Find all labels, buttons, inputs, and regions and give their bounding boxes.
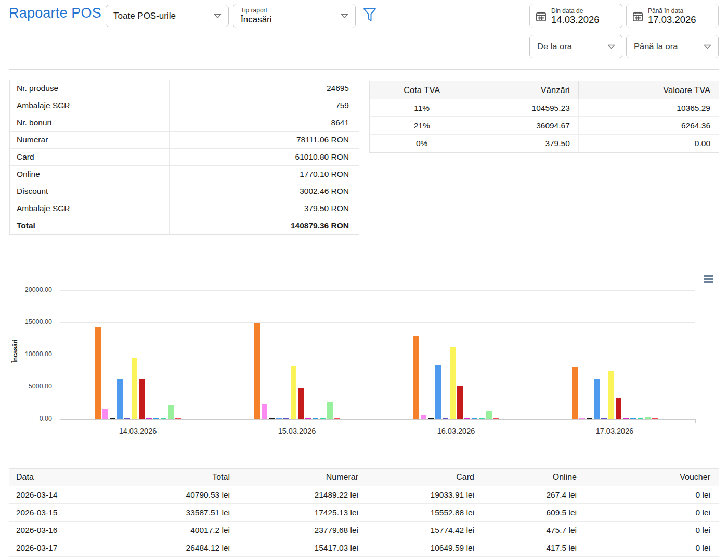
date-from-value: 14.03.2026 [551,14,600,25]
summary-row-value: 24695 [170,84,359,93]
summary-row-label: Nr. bonuri [10,114,170,131]
daily-cell: 2026-03-17 [9,543,139,553]
daily-header-cell: Voucher [585,473,719,482]
chart-menu-icon[interactable] [704,275,714,283]
bar-group [254,284,340,419]
bar-group [572,284,658,419]
chevron-down-icon [341,14,348,19]
summary-row: Ambalaje SGR759 [10,97,359,114]
summary-row-label: Online [10,166,170,183]
bar-group [413,284,499,419]
summary-row-value: 140879.36 RON [170,221,359,230]
vat-row: 0%379.500.00 [370,135,719,152]
summary-row-value: 759 [170,101,359,110]
chart-bar [262,404,267,419]
vat-cell: 6264.36 [579,117,719,134]
chart-bar [608,371,614,419]
daily-cell: 2026-03-15 [9,508,139,517]
daily-cell: 23779.68 lei [238,526,367,535]
summary-row-value: 78111.06 RON [170,135,359,145]
summary-row-label: Ambalaje SGR [10,200,170,217]
chart-bar [291,366,296,419]
filter-icon[interactable] [363,8,378,23]
summary-row-label: Numerar [10,132,170,148]
daily-header-row: DataTotalNumerarCardOnlineVoucher [9,468,719,486]
daily-cell: 26484.12 lei [139,543,238,553]
daily-cell: 0 lei [585,526,719,535]
rapoarte-pos-page: Rapoarte POS Toate POS-urile Tip raport … [0,0,728,560]
chart-bar [153,418,159,419]
bar-group [95,284,181,419]
y-axis-tick-label: 0.00 [3,415,52,422]
x-axis-tick [60,419,60,423]
report-type-select[interactable]: Tip raport Încasări [233,4,356,28]
vat-cell: 21% [370,117,474,134]
date-from-field[interactable]: Din data de 14.03.2026 [529,4,622,28]
date-from-label: Din data de [551,7,583,15]
daily-cell: 475.7 lei [483,526,585,535]
summary-row: Ambalaje SGR379.50 RON [10,200,359,217]
x-axis-tick [378,419,378,423]
chart-bar [146,418,152,419]
chart-bar [269,418,275,419]
pos-filter-select[interactable]: Toate POS-urile [106,5,229,27]
time-to-select[interactable]: Până la ora [626,35,719,58]
summary-row-value: 3002.46 RON [170,187,359,196]
chart-bar [283,418,289,419]
x-axis-tick [537,419,537,423]
daily-cell: 0 lei [585,508,719,517]
chevron-down-icon [214,14,222,19]
time-from-select[interactable]: De la ora [529,35,622,58]
summary-row-value: 379.50 RON [170,204,359,213]
date-to-label: Până în data [648,7,683,15]
chart-bar [652,418,658,419]
chart-bar [168,405,174,419]
report-type-label: Tip raport [241,7,267,14]
chart-bar [117,379,123,419]
summary-row-label: Nr. produse [10,80,170,97]
daily-cell: 10649.59 lei [367,543,483,553]
chart-bar [161,418,166,419]
daily-cell: 15417.03 lei [238,543,367,553]
daily-cell: 40017.2 lei [139,526,238,535]
vat-cell: 104595.23 [474,99,578,116]
vat-cell: 36094.67 [474,117,578,134]
y-axis-tick-label: 20000.00 [3,286,52,293]
chart-bar [175,418,181,419]
chevron-down-icon [607,44,615,49]
chart-bar [579,418,585,419]
chart-bar [334,418,340,419]
vat-header-cell: Vânzări [474,81,578,99]
chart-bar [139,379,145,419]
daily-cell: 21489.22 lei [238,490,367,500]
vat-header-row: Cota TVAVânzăriValoare TVA [370,81,719,99]
date-to-field[interactable]: Până în data 17.03.2026 [626,4,719,28]
summary-row: Nr. produse24695 [10,80,359,97]
daily-cell: 417.5 lei [483,543,585,553]
chart-bar [638,418,643,419]
chart-bar [587,418,592,419]
chart-bar [443,418,448,419]
chart-bar [320,418,326,419]
summary-row-label: Total [10,217,170,234]
chart-bar [601,418,607,419]
summary-row-value: 8641 [170,118,359,127]
summary-row-label: Ambalaje SGR [10,97,170,114]
chart-bar [623,418,629,419]
vat-row: 21%36094.676264.36 [370,117,719,135]
chart-bar [102,409,108,419]
chart-bar [313,418,318,419]
daily-row: 2026-03-1726484.12 lei15417.03 lei10649.… [9,539,719,557]
date-to-value: 17.03.2026 [648,14,696,25]
daily-cell: 0 lei [585,490,719,500]
chart-bar [630,418,636,419]
chart-bar [421,415,426,419]
daily-cell: 15774.42 lei [367,526,483,535]
daily-cell: 40790.53 lei [139,490,238,500]
chart-bar [110,418,115,419]
chart-bar [450,347,456,419]
report-type-value: Încasări [241,15,272,25]
daily-cell: 17425.13 lei [238,508,367,517]
chart-bar [132,358,137,419]
vat-table: Cota TVAVânzăriValoare TVA11%104595.2310… [369,81,719,153]
